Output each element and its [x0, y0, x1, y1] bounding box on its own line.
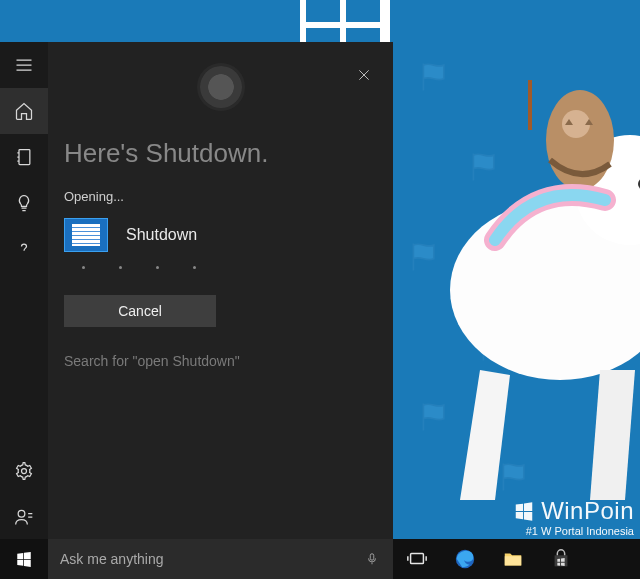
svg-rect-11: [19, 150, 30, 165]
progress-dots: [64, 266, 377, 269]
search-result-shutdown[interactable]: Shutdown: [64, 218, 377, 252]
edge-browser-icon[interactable]: [441, 539, 489, 579]
cortana-ring-icon: [200, 66, 242, 108]
cortana-heading: Here's Shutdown.: [64, 138, 377, 169]
app-thumb-icon: [64, 218, 108, 252]
cancel-button[interactable]: Cancel: [64, 295, 216, 327]
cortana-content: Here's Shutdown. Opening... Shutdown Can…: [48, 42, 393, 540]
store-icon[interactable]: [537, 539, 585, 579]
search-suggestion[interactable]: Search for "open Shutdown": [64, 353, 377, 369]
svg-rect-1: [306, 0, 340, 22]
notebook-icon[interactable]: [0, 134, 48, 180]
svg-rect-2: [346, 0, 380, 22]
svg-point-12: [22, 469, 27, 474]
start-button[interactable]: [0, 539, 48, 579]
task-view-icon[interactable]: [393, 539, 441, 579]
cortana-side-rail: [0, 42, 48, 540]
cortana-panel: Here's Shutdown. Opening... Shutdown Can…: [0, 42, 393, 540]
settings-icon[interactable]: [0, 448, 48, 494]
file-explorer-icon[interactable]: [489, 539, 537, 579]
microphone-icon[interactable]: [363, 550, 381, 568]
svg-rect-15: [411, 554, 424, 564]
close-button[interactable]: [349, 60, 379, 90]
search-input[interactable]: [60, 551, 353, 567]
desktop: Here's Shutdown. Opening... Shutdown Can…: [0, 0, 640, 579]
opening-status: Opening...: [64, 189, 377, 204]
svg-rect-14: [370, 554, 374, 560]
windows-logo-icon: [513, 500, 535, 522]
result-label: Shutdown: [126, 226, 197, 244]
taskbar: [0, 539, 640, 579]
help-icon[interactable]: [0, 226, 48, 272]
search-box[interactable]: [48, 539, 393, 579]
watermark: WinPoin #1 W Portal Indonesia: [513, 497, 634, 537]
menu-icon[interactable]: [0, 42, 48, 88]
svg-point-13: [18, 510, 25, 517]
home-icon[interactable]: [0, 88, 48, 134]
feedback-icon[interactable]: [0, 494, 48, 540]
lightbulb-icon[interactable]: [0, 180, 48, 226]
